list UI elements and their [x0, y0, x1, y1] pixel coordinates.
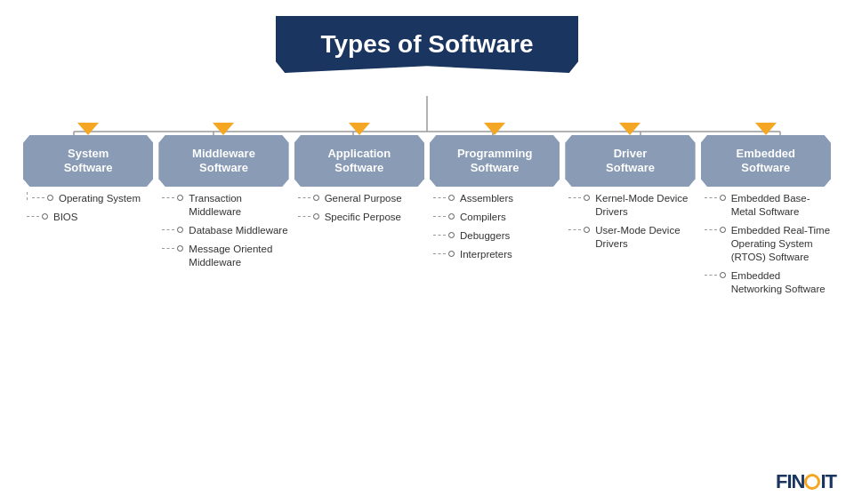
arrow-embedded — [755, 123, 777, 135]
catbox-application: ApplicationSoftware — [294, 135, 424, 187]
catbox-system: SystemSoftware — [23, 135, 153, 187]
finoit-logo: FINIT — [776, 470, 836, 493]
catbox-application-label: ApplicationSoftware — [327, 147, 391, 174]
item-dot — [177, 245, 183, 252]
items-application: General Purpose Specific Perpose — [294, 192, 424, 229]
item-dot — [42, 213, 48, 220]
item-dot — [720, 195, 726, 201]
item-dot — [584, 227, 590, 233]
list-item: Database Middleware — [162, 224, 288, 237]
item-dot — [720, 227, 726, 233]
category-application: ApplicationSoftware General Purpose Spec… — [294, 123, 424, 301]
arrow-middleware — [213, 123, 234, 135]
item-dot — [313, 195, 319, 201]
items-programming: Assemblers Compilers Debuggers — [430, 192, 560, 267]
list-item: Specific Perpose — [298, 211, 424, 224]
items-embedded: Embedded Base-Metal Software Embedded Re… — [701, 192, 831, 301]
items-middleware: Transaction Middleware Database Middlewa… — [158, 192, 288, 275]
item-dot — [177, 227, 183, 233]
logo-it: IT — [820, 470, 836, 492]
logo-o — [804, 474, 820, 490]
item-dot — [47, 195, 53, 201]
arrow-system — [77, 123, 99, 135]
category-system: SystemSoftware Operating System BIOS — [23, 123, 153, 301]
catbox-system-label: SystemSoftware — [64, 147, 113, 174]
catbox-driver-label: DriverSoftware — [606, 147, 655, 174]
list-item: Debuggers — [433, 229, 560, 243]
list-item: Transaction Middleware — [162, 192, 288, 219]
list-item: Embedded Real-Time Operating System (RTO… — [705, 224, 831, 264]
categories-row: SystemSoftware Operating System BIOS — [18, 123, 836, 301]
list-item: Assemblers — [433, 192, 560, 205]
list-item: BIOS — [27, 211, 153, 224]
arrow-application — [349, 123, 370, 135]
catbox-middleware-label: MiddlewareSoftware — [192, 147, 255, 174]
item-dot — [448, 195, 455, 201]
catbox-embedded: EmbeddedSoftware — [701, 135, 831, 187]
list-item: Interpreters — [433, 248, 560, 261]
list-item: Compilers — [433, 211, 560, 224]
item-dot — [448, 213, 455, 220]
list-item: Kernel-Mode Device Drivers — [568, 192, 695, 219]
title-box: Types of Software — [276, 16, 578, 73]
diagram-container: Types of Software SystemSoftware — [0, 0, 854, 504]
category-embedded: EmbeddedSoftware Embedded Base-Metal Sof… — [701, 123, 831, 301]
catbox-programming-label: ProgrammingSoftware — [457, 147, 533, 174]
list-item: Operating System — [27, 192, 153, 205]
logo-fin: FIN — [776, 470, 804, 492]
list-item: Embedded Base-Metal Software — [705, 192, 831, 219]
category-programming: ProgrammingSoftware Assemblers Compilers — [430, 123, 560, 301]
items-system: Operating System BIOS — [23, 192, 153, 229]
list-item: Embedded Networking Software — [705, 269, 831, 296]
item-dot — [448, 232, 455, 238]
category-middleware: MiddlewareSoftware Transaction Middlewar… — [158, 123, 288, 301]
arrow-programming — [484, 123, 505, 135]
list-item: Message Oriented Middleware — [162, 243, 288, 269]
arrow-driver — [619, 123, 640, 135]
item-dot — [448, 251, 455, 257]
item-dot — [584, 195, 590, 201]
items-driver: Kernel-Mode Device Drivers User-Mode Dev… — [565, 192, 695, 256]
catbox-programming: ProgrammingSoftware — [430, 135, 560, 187]
item-dot — [720, 272, 726, 278]
list-item: User-Mode Device Drivers — [568, 224, 695, 251]
title-text: Types of Software — [320, 30, 533, 58]
catbox-middleware: MiddlewareSoftware — [158, 135, 288, 187]
item-dot — [177, 195, 183, 201]
category-driver: DriverSoftware Kernel-Mode Device Driver… — [565, 123, 695, 301]
catbox-driver: DriverSoftware — [565, 135, 695, 187]
item-dot — [313, 213, 319, 220]
catbox-embedded-label: EmbeddedSoftware — [737, 147, 795, 174]
list-item: General Purpose — [298, 192, 424, 205]
